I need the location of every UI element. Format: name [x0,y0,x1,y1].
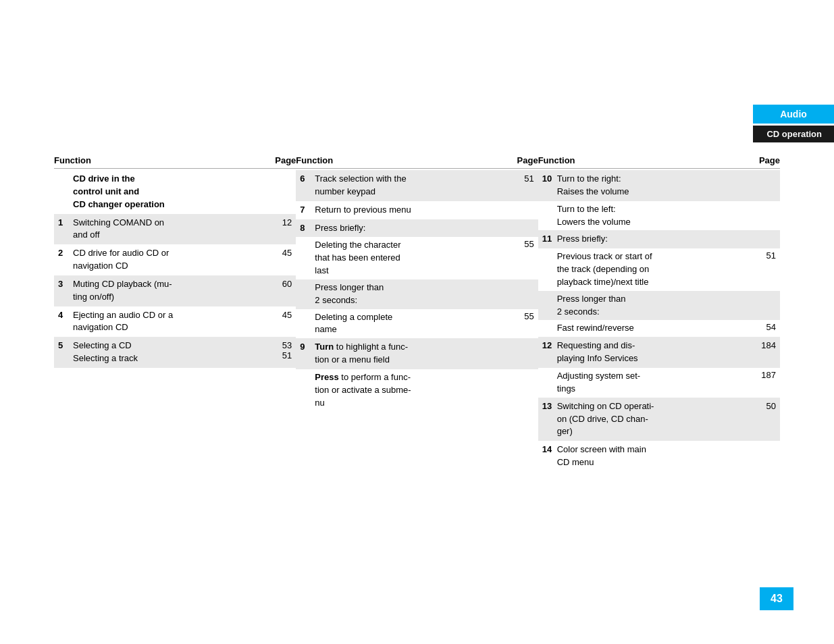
sub-description: Previous track or start ofthe track (dep… [557,250,749,289]
sub-num [542,293,557,319]
row-description: Color screen with mainCD menu [557,444,749,469]
row-number: 13 [542,400,557,411]
sub-description-line: Press to perform a func- [315,371,506,384]
row-page [749,444,776,444]
row-description: Switching on CD operati-on (CD drive, CD… [557,400,749,439]
row-page [507,204,534,205]
sub-page [507,281,534,307]
sub-num [542,322,557,335]
row-page: 51 [507,173,534,184]
sub-page [749,203,776,229]
row-page: 45 [265,247,292,258]
function-header: Function [296,155,504,165]
row-description: Muting CD playback (mu-ting on/off) [73,278,265,304]
main-content: FunctionPageCD drive in thecontrol unit … [54,155,780,472]
sub-description-line: Press longer than [315,281,506,294]
sub-description-line: nu [315,397,506,410]
description-line: playing Info Services [557,352,749,365]
description-line: Requesting and dis- [557,340,749,352]
sub-description-line: the track (depending on [557,263,749,276]
row-description: CD drive for audio CD ornavigation CD [73,247,265,273]
sub-description: Press longer than2 seconds: [557,293,749,319]
row-number: 9 [300,341,315,352]
sub-row: Press longer than2 seconds: [296,279,538,309]
row-description: Requesting and dis-playing Info Services [557,340,749,365]
description-line: tion or a menu field [315,354,506,367]
sub-page: 55 [507,311,534,337]
table-rows: CD drive in thecontrol unit andCD change… [54,170,296,368]
cd-operation-label: CD operation [766,129,822,139]
sub-description-line: tings [557,383,749,396]
row-number: 1 [58,217,73,227]
table-header: FunctionPage [296,155,538,169]
description-line: CD drive in the [73,173,265,186]
description-line: navigation CD [73,260,265,273]
row-page: 60 [265,278,292,289]
row-number: 2 [58,247,73,258]
description-line: CD changer operation [73,198,265,211]
row-page [749,173,776,173]
sub-description: Press to perform a func-tion or activate… [315,371,506,410]
sub-description-line: tion or activate a subme- [315,384,506,397]
col1-block: FunctionPageCD drive in thecontrol unit … [54,155,296,472]
description-line: ting on/off) [73,291,265,304]
description-line: Press briefly: [557,233,749,246]
sub-description-line: last [315,265,506,277]
row-number: 8 [300,222,315,233]
description-line: Track selection with the [315,173,506,186]
table-row: 5Selecting a CDSelecting a track5351 [54,337,296,368]
sub-row: Deleting the characterthat has been ente… [296,237,538,279]
sub-description: Press longer than2 seconds: [315,281,506,307]
table-row: 13Switching on CD operati-on (CD drive, … [538,398,780,441]
sub-row: Adjusting system set-tings187 [538,368,780,398]
sub-description-line: Lowers the volume [557,216,749,229]
sub-description-line: that has been entered [315,252,506,265]
function-header: Function [538,155,746,165]
table-row: 14Color screen with mainCD menu [538,441,780,472]
row-page: 50 [749,400,776,411]
row-number: 7 [300,204,315,215]
sub-description: Fast rewind/reverse [557,322,749,335]
description-line: ger) [557,425,749,438]
audio-tab: Audio [753,105,834,124]
table-rows: 6Track selection with thenumber keypad51… [296,170,538,412]
sub-description-line: Previous track or start of [557,250,749,263]
row-number: 5 [58,340,73,350]
row-page [507,341,534,342]
row-description: CD drive in thecontrol unit andCD change… [73,173,265,211]
description-line: Turn to the right: [557,173,749,186]
sub-num [300,281,315,307]
row-description: Return to previous menu [315,204,506,217]
sub-description: Turn to the left:Lowers the volume [557,203,749,229]
description-line: control unit and [73,186,265,198]
description-line: Raises the volume [557,186,749,198]
sub-row: Deleting a completename55 [296,309,538,339]
sub-row: Previous track or start ofthe track (dep… [538,248,780,291]
sub-page [749,293,776,319]
table-row: 3Muting CD playback (mu-ting on/off)60 [54,275,296,306]
row-description: Turn to the right:Raises the volume [557,173,749,198]
sub-row: Press longer than2 seconds: [538,291,780,321]
description-line: navigation CD [73,321,265,334]
row-number: 6 [300,173,315,184]
sub-row: Press to perform a func-tion or activate… [296,369,538,412]
description-line: Ejecting an audio CD or a [73,309,265,322]
table-row: 11Press briefly: [538,230,780,248]
table-header: FunctionPage [54,155,296,169]
sub-description-line: playback time)/next title [557,276,749,289]
row-description: Selecting a CDSelecting a track [73,340,265,365]
table-header: FunctionPage [538,155,780,169]
description-line: number keypad [315,186,506,198]
sub-description-line: 2 seconds: [315,294,506,307]
sub-description: Adjusting system set-tings [557,370,749,396]
row-description: Track selection with thenumber keypad [315,173,506,198]
row-number: 12 [542,340,557,350]
row-page: 45 [265,309,292,320]
row-description: Ejecting an audio CD or anavigation CD [73,309,265,335]
row-description: Press briefly: [557,233,749,246]
row-description: Press briefly: [315,222,506,235]
sub-num [542,250,557,289]
row-description: Switching COMAND onand off [73,217,265,242]
row-page [507,222,534,223]
page-header: Page [504,155,538,165]
